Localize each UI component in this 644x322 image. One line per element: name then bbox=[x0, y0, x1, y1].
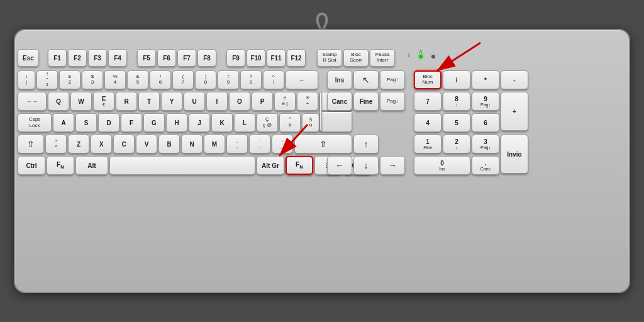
key-y[interactable]: Y bbox=[161, 92, 182, 111]
key-caps-lock[interactable]: CapsLock bbox=[18, 113, 52, 132]
key-enter-bottom[interactable] bbox=[319, 112, 352, 132]
key-b[interactable]: B bbox=[158, 135, 180, 153]
key-c[interactable]: C bbox=[113, 135, 135, 153]
key-e-grave[interactable]: é è [ bbox=[274, 92, 296, 111]
key-0[interactable]: ? 0 bbox=[240, 70, 262, 89]
key-4[interactable]: % 4 bbox=[104, 70, 126, 89]
key-p[interactable]: P bbox=[252, 92, 273, 111]
key-w[interactable]: W bbox=[70, 92, 92, 111]
key-9[interactable]: = 9 bbox=[218, 70, 239, 89]
key-tab[interactable]: ←→ bbox=[18, 92, 47, 111]
key-f4[interactable]: F4 bbox=[108, 49, 127, 67]
key-num-enter[interactable]: Invio bbox=[501, 135, 528, 174]
key-fine[interactable]: Fine bbox=[353, 92, 379, 111]
key-m[interactable]: M bbox=[204, 135, 225, 153]
key-2[interactable]: £ 2 bbox=[59, 70, 80, 89]
key-3[interactable]: $ 3 bbox=[82, 70, 103, 89]
key-num4[interactable]: 4 bbox=[414, 113, 441, 132]
key-j[interactable]: J bbox=[189, 113, 210, 132]
key-fn-right[interactable]: FN bbox=[286, 156, 313, 175]
key-shift-left[interactable]: ⇧ bbox=[18, 135, 44, 153]
key-enter[interactable] bbox=[319, 92, 322, 131]
key-num1[interactable]: 1 Fine bbox=[414, 135, 441, 153]
key-arrow-right[interactable]: → bbox=[380, 156, 405, 175]
key-num2[interactable]: 2 ↓ bbox=[443, 135, 470, 153]
key-f1[interactable]: F1 bbox=[48, 49, 67, 67]
key-num-slash[interactable]: / bbox=[443, 70, 470, 89]
key-e[interactable]: E € bbox=[93, 92, 114, 111]
key-apostrophe[interactable]: ^ ì bbox=[263, 70, 284, 89]
key-spacebar[interactable] bbox=[109, 156, 255, 175]
key-f7[interactable]: F7 bbox=[177, 49, 196, 67]
key-bloc-num[interactable]: Bloc Num bbox=[414, 70, 441, 89]
key-num0[interactable]: 0 Ins bbox=[414, 156, 470, 175]
key-s[interactable]: S bbox=[75, 113, 97, 132]
key-f10[interactable]: F10 bbox=[247, 49, 265, 67]
key-ins[interactable]: Ins bbox=[327, 70, 352, 89]
key-arrow-up[interactable]: ↑ bbox=[353, 135, 379, 153]
key-num9[interactable]: 9 Pag↑ bbox=[472, 92, 499, 111]
key-arrow-left[interactable]: ← bbox=[327, 156, 352, 175]
key-f2[interactable]: F2 bbox=[68, 49, 87, 67]
key-stamp[interactable]: Stamp R Sist bbox=[317, 49, 342, 67]
key-num5[interactable]: 5 bbox=[443, 113, 470, 132]
key-f5[interactable]: F5 bbox=[137, 49, 156, 67]
key-num-star[interactable]: * bbox=[472, 70, 499, 89]
key-a-grave[interactable]: ° à bbox=[279, 113, 301, 132]
key-k[interactable]: K bbox=[211, 113, 233, 132]
key-f11[interactable]: F11 bbox=[267, 49, 286, 67]
key-num8[interactable]: 8 ↑ bbox=[443, 92, 470, 111]
key-f6[interactable]: F6 bbox=[157, 49, 176, 67]
key-comma[interactable]: ; , bbox=[226, 135, 248, 153]
key-backspace[interactable]: ← bbox=[286, 70, 318, 89]
key-pausa[interactable]: Pausa Interr bbox=[370, 49, 395, 67]
key-q[interactable]: Q bbox=[48, 92, 69, 111]
key-bloc-scorr[interactable]: Bloc Scorr bbox=[343, 49, 369, 67]
key-f9[interactable]: F9 bbox=[226, 49, 245, 67]
key-arrow-down[interactable]: ↓ bbox=[353, 156, 379, 175]
key-f[interactable]: F bbox=[121, 113, 142, 132]
key-8[interactable]: ) 8 bbox=[195, 70, 216, 89]
key-backslash[interactable]: \ | bbox=[18, 70, 35, 89]
key-alt-left[interactable]: Alt bbox=[75, 156, 108, 175]
key-6[interactable]: / 6 bbox=[150, 70, 171, 89]
key-fn[interactable]: FN bbox=[47, 156, 74, 175]
key-num3[interactable]: 3 Pag↓ bbox=[472, 135, 499, 153]
key-f12[interactable]: F12 bbox=[287, 49, 306, 67]
key-n[interactable]: N bbox=[181, 135, 203, 153]
key-l[interactable]: L bbox=[234, 113, 255, 132]
key-u[interactable]: U bbox=[184, 92, 205, 111]
key-shift-right[interactable]: ⇧ bbox=[294, 135, 352, 153]
key-1[interactable]: ! " 1 bbox=[36, 70, 58, 89]
key-home[interactable]: ↖ bbox=[353, 70, 379, 89]
key-canc[interactable]: Canc bbox=[327, 92, 352, 111]
key-num7[interactable]: 7 bbox=[414, 92, 441, 111]
key-7[interactable]: ( 7 bbox=[172, 70, 194, 89]
key-5[interactable]: & 5 bbox=[127, 70, 148, 89]
key-v[interactable]: V bbox=[136, 135, 157, 153]
key-plus[interactable]: ✳ + bbox=[297, 92, 318, 111]
key-period[interactable]: : . bbox=[249, 135, 270, 153]
key-pgdown[interactable]: Pag↓ bbox=[380, 92, 405, 111]
key-c-cedilla[interactable]: Ç ç @ bbox=[257, 113, 278, 132]
key-num-minus[interactable]: - bbox=[501, 70, 528, 89]
key-x[interactable]: X bbox=[91, 135, 112, 153]
key-z[interactable]: Z bbox=[68, 135, 89, 153]
key-ctrl-left[interactable]: Ctrl bbox=[18, 156, 45, 175]
key-num-plus[interactable]: + bbox=[501, 92, 528, 131]
key-pgup[interactable]: Pag↑ bbox=[380, 70, 405, 89]
key-r[interactable]: R bbox=[116, 92, 137, 111]
key-alt-gr[interactable]: Alt Gr bbox=[257, 156, 284, 175]
key-d[interactable]: D bbox=[98, 113, 119, 132]
key-num-dot[interactable]: . Canc bbox=[472, 156, 499, 175]
key-section[interactable]: § ù bbox=[302, 113, 319, 132]
key-t[interactable]: T bbox=[138, 92, 160, 111]
key-num6[interactable]: 6 bbox=[472, 113, 499, 132]
key-o[interactable]: O bbox=[229, 92, 250, 111]
key-f3[interactable]: F3 bbox=[88, 49, 107, 67]
key-angle[interactable]: > < bbox=[45, 135, 67, 153]
key-f8[interactable]: F8 bbox=[197, 49, 216, 67]
key-h[interactable]: H bbox=[166, 113, 187, 132]
key-minus[interactable]: - _ bbox=[272, 135, 293, 153]
key-i[interactable]: I bbox=[206, 92, 228, 111]
